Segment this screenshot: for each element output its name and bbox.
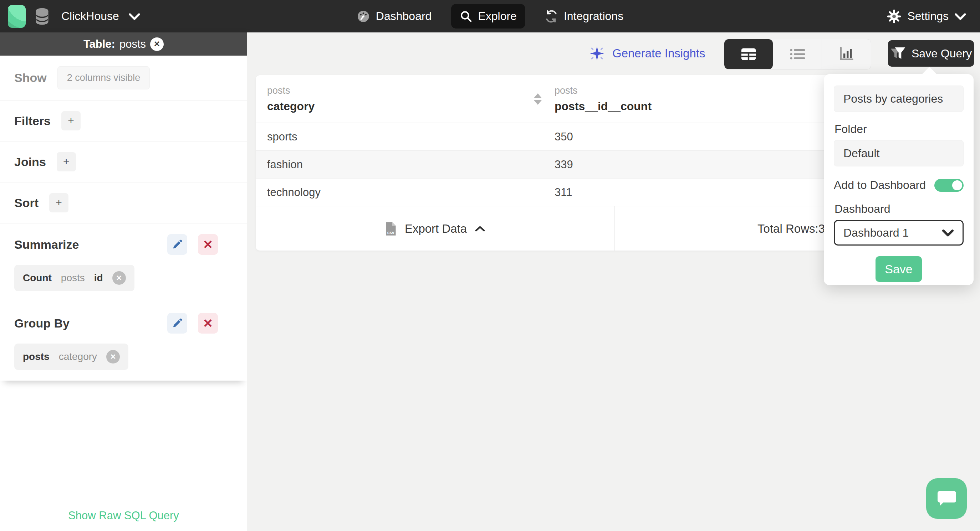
- list-view-icon: [789, 47, 806, 61]
- summarize-chip[interactable]: Count posts id ✕: [14, 265, 134, 291]
- show-section: Show 2 columns visible: [0, 55, 247, 100]
- column-name: posts__id__count: [555, 100, 831, 113]
- settings-menu[interactable]: Settings: [886, 9, 966, 24]
- table-name: posts: [119, 38, 146, 51]
- cell-count: 350: [555, 130, 831, 143]
- summarize-label: Summarize: [14, 238, 79, 252]
- table-view-button[interactable]: [724, 39, 773, 69]
- toggle-knob: [952, 180, 962, 190]
- builder-sections: Show 2 columns visible Filters + Joins +: [0, 55, 247, 380]
- search-icon: [459, 10, 472, 23]
- x-icon: ✕: [203, 316, 213, 330]
- funnel-icon: [890, 46, 906, 60]
- filters-label: Filters: [14, 114, 51, 128]
- nav-item-integrations[interactable]: Integrations: [536, 4, 632, 29]
- generate-insights-link[interactable]: Generate Insights: [589, 45, 705, 62]
- chip-table: posts: [23, 351, 49, 363]
- add-to-dashboard-label: Add to Dashboard: [834, 179, 926, 192]
- pencil-icon: [172, 318, 183, 328]
- nav-item-label: Explore: [478, 10, 517, 23]
- summarize-section: Summarize ✕ Count posts id ✕: [0, 223, 247, 302]
- folder-input[interactable]: Default: [834, 140, 964, 166]
- table-row[interactable]: technology 311: [256, 178, 831, 206]
- chat-bubble-icon: [937, 490, 956, 507]
- chevron-up-icon: [475, 225, 485, 232]
- table-row[interactable]: fashion 339: [256, 151, 831, 178]
- dashboard-select[interactable]: Dashboard 1: [834, 220, 964, 246]
- joins-section: Joins +: [0, 141, 247, 182]
- popover-save-button[interactable]: Save: [875, 256, 922, 282]
- column-header-count[interactable]: posts posts__id__count: [555, 85, 831, 113]
- delete-group-by-button[interactable]: ✕: [198, 313, 218, 334]
- top-navbar: ClickHouse Dashboard Explore: [0, 0, 980, 32]
- cell-category: technology: [256, 186, 555, 199]
- folder-label: Folder: [835, 123, 964, 136]
- edit-summarize-button[interactable]: [167, 234, 187, 255]
- pencil-icon: [172, 239, 183, 250]
- group-by-chip[interactable]: posts category ✕: [14, 344, 128, 370]
- brand-menu[interactable]: ClickHouse: [8, 5, 140, 28]
- sort-label: Sort: [14, 196, 38, 210]
- chip-field: id: [94, 272, 103, 284]
- column-group: posts: [267, 85, 315, 96]
- list-view-button[interactable]: [773, 39, 822, 69]
- sort-toggle-icon[interactable]: [534, 94, 542, 105]
- main-nav: Dashboard Explore Integrations: [348, 4, 632, 29]
- cell-count: 339: [555, 158, 831, 171]
- remove-table-button[interactable]: ✕: [150, 37, 164, 51]
- total-rows-indicator: Total Rows:3: [615, 206, 831, 251]
- cell-category: fashion: [256, 158, 555, 171]
- gauge-icon: [356, 10, 370, 23]
- chip-table: posts: [61, 272, 85, 284]
- x-icon: ✕: [203, 237, 213, 252]
- table-footer: csv Export Data Total Rows:3: [256, 206, 831, 251]
- add-to-dashboard-toggle[interactable]: [934, 179, 964, 192]
- show-raw-sql-link[interactable]: Show Raw SQL Query: [0, 509, 247, 522]
- svg-text:csv: csv: [387, 230, 395, 235]
- column-header-category[interactable]: posts category: [256, 85, 555, 113]
- table-header-bar: Table: posts ✕: [0, 32, 247, 55]
- add-join-button[interactable]: +: [57, 152, 76, 171]
- add-to-dashboard-row: Add to Dashboard: [834, 179, 964, 192]
- chip-field: category: [59, 351, 97, 363]
- add-sort-button[interactable]: +: [49, 193, 68, 212]
- joins-label: Joins: [14, 155, 46, 169]
- add-filter-button[interactable]: +: [61, 111, 81, 130]
- chip-aggregation: Count: [23, 272, 52, 284]
- filters-section: Filters +: [0, 100, 247, 141]
- nav-item-explore[interactable]: Explore: [451, 4, 525, 29]
- edit-group-by-button[interactable]: [167, 313, 187, 334]
- main-content: Generate Insights Sa: [247, 32, 980, 531]
- cell-count: 311: [555, 186, 831, 199]
- export-data-button[interactable]: csv Export Data: [256, 206, 615, 251]
- save-query-popover: Posts by categories Folder Default Add t…: [824, 74, 974, 285]
- chat-widget-button[interactable]: [926, 478, 967, 519]
- query-builder-sidebar: Table: posts ✕ Show 2 columns visible Fi…: [0, 32, 247, 531]
- nav-item-dashboard[interactable]: Dashboard: [348, 4, 441, 29]
- columns-visible-chip[interactable]: 2 columns visible: [57, 66, 150, 89]
- brand-name: ClickHouse: [61, 10, 119, 23]
- save-query-label: Save Query: [912, 47, 972, 60]
- save-query-button[interactable]: Save Query: [888, 40, 974, 67]
- chart-view-button[interactable]: [822, 39, 871, 69]
- group-by-label: Group By: [14, 317, 70, 330]
- total-rows-label: Total Rows:: [757, 222, 818, 236]
- table-view-icon: [741, 48, 756, 61]
- database-icon: [35, 8, 49, 25]
- close-icon: ✕: [154, 40, 160, 49]
- settings-label: Settings: [907, 10, 949, 23]
- group-by-section: Group By ✕ posts category ✕: [0, 302, 247, 380]
- table-row[interactable]: sports 350: [256, 123, 831, 151]
- app-root: ClickHouse Dashboard Explore: [0, 0, 980, 531]
- close-icon: ✕: [116, 274, 122, 282]
- close-icon: ✕: [110, 352, 116, 361]
- remove-summarize-chip-button[interactable]: ✕: [112, 271, 126, 285]
- delete-summarize-button[interactable]: ✕: [198, 234, 218, 255]
- gear-icon: [886, 9, 902, 24]
- query-name-input[interactable]: Posts by categories: [834, 86, 964, 112]
- sort-section: Sort +: [0, 182, 247, 223]
- dashboard-select-value: Dashboard 1: [843, 226, 909, 239]
- chevron-down-icon: [955, 13, 966, 20]
- bar-chart-icon: [839, 47, 854, 61]
- remove-group-by-chip-button[interactable]: ✕: [106, 350, 120, 363]
